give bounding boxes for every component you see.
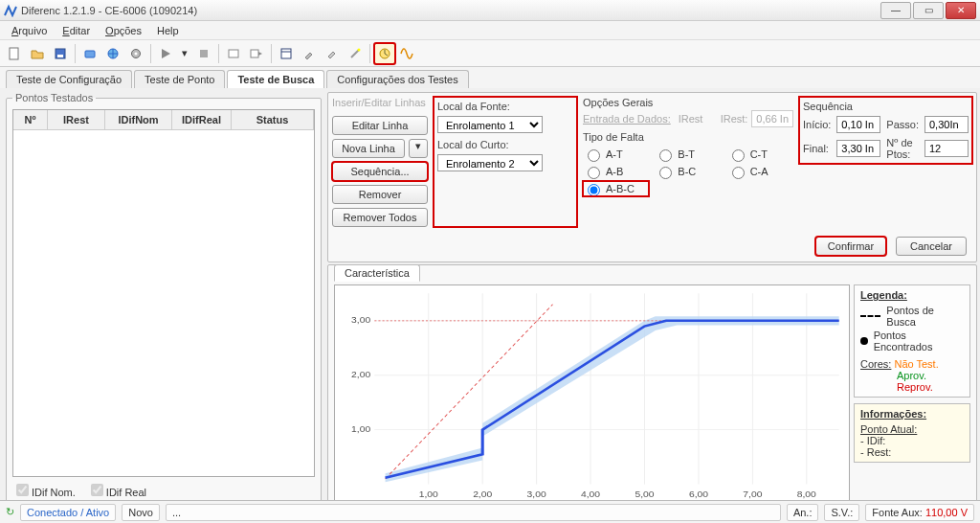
play-dropdown-icon[interactable]: ▾ (178, 43, 191, 64)
paint-icon[interactable] (322, 43, 343, 64)
tab-caracteristica[interactable]: Característica (334, 264, 420, 282)
svg-rect-8 (200, 50, 208, 57)
globe-icon[interactable] (102, 43, 123, 64)
falta-ab[interactable]: A-B (583, 164, 649, 179)
falta-ct[interactable]: C-T (727, 147, 793, 162)
svg-text:7,00: 7,00 (743, 489, 762, 499)
falta-ca[interactable]: C-A (727, 164, 793, 179)
clock-icon[interactable] (374, 43, 395, 64)
chart: 1,002,003,004,005,006,007,008,001,002,00… (335, 285, 849, 502)
remover-todos-button[interactable]: Remover Todos (332, 208, 428, 227)
col-irest: IRest (48, 110, 105, 130)
status-connection: Conectado / Ativo (20, 504, 116, 521)
menu-editar[interactable]: Editar (56, 23, 96, 38)
falta-abc[interactable]: A-B-C (583, 181, 649, 196)
local-fonte-label: Local da Fonte: (437, 101, 510, 112)
dash-icon (860, 315, 880, 317)
falta-at[interactable]: A-T (583, 147, 649, 162)
svg-text:4,00: 4,00 (581, 489, 600, 499)
inicio-input[interactable] (836, 116, 880, 133)
menu-opcoes[interactable]: Opções (100, 23, 147, 38)
entrada-val: IRest (679, 113, 703, 125)
svg-point-15 (358, 48, 361, 51)
hardware-icon[interactable] (79, 43, 100, 64)
pane-icon[interactable] (276, 43, 297, 64)
status-an: An.: (787, 504, 819, 521)
irest-val: 0,66 In (751, 110, 793, 127)
minimize-button[interactable]: — (880, 2, 911, 19)
svg-point-6 (135, 52, 138, 55)
sequencia-button[interactable]: Sequência... (332, 162, 428, 181)
menu-help[interactable]: Help (151, 23, 185, 38)
col-status: Status (232, 110, 314, 130)
tab-busca[interactable]: Teste de Busca (227, 70, 324, 88)
col-idifreal: IDifReal (172, 110, 232, 130)
svg-rect-9 (229, 50, 238, 57)
stop-icon[interactable] (193, 43, 214, 64)
local-curto-select[interactable]: Enrolamento 2 (437, 154, 543, 171)
new-icon[interactable] (4, 43, 25, 64)
svg-text:2,00: 2,00 (351, 370, 370, 379)
svg-marker-11 (258, 52, 262, 56)
svg-text:2,00: 2,00 (473, 489, 492, 499)
svg-rect-2 (57, 55, 63, 57)
svg-text:6,00: 6,00 (689, 489, 708, 499)
play-icon[interactable] (155, 43, 176, 64)
chk-idifreal[interactable]: IDif Real (87, 481, 146, 499)
chk-idifnom[interactable]: IDif Nom. (12, 481, 76, 499)
app-icon (4, 4, 17, 17)
svg-rect-0 (10, 48, 18, 59)
legend-card: Legenda: Pontos de Busca Pontos Encontra… (854, 284, 970, 398)
nova-linha-button[interactable]: Nova Linha (332, 139, 405, 158)
svg-rect-12 (281, 49, 291, 58)
opcoes-label: Opções Gerais (583, 97, 653, 108)
recplay-icon[interactable] (246, 43, 267, 64)
falta-bc[interactable]: B-C (655, 164, 721, 179)
menu-arquivo[interactable]: Arquivo (6, 23, 53, 38)
svg-line-14 (351, 50, 359, 57)
window-title: Diferenc 1.2.1.9 - CE-6006 (1090214) (21, 5, 880, 16)
col-idifnom: IDifNom (105, 110, 172, 130)
tipo-falta-label: Tipo de Falta (583, 131, 793, 143)
nptos-lbl: Nº de Ptos: (886, 137, 919, 160)
tab-ponto[interactable]: Teste de Ponto (134, 70, 225, 88)
confirmar-button[interactable]: Confirmar (815, 237, 886, 256)
gear-icon[interactable] (125, 43, 146, 64)
tested-group-label: Pontos Testados (12, 92, 96, 103)
save-icon[interactable] (50, 43, 71, 64)
svg-text:1,00: 1,00 (351, 424, 370, 434)
passo-lbl: Passo: (886, 119, 919, 130)
wave-icon[interactable] (397, 43, 418, 64)
falta-bt[interactable]: B-T (655, 147, 721, 162)
svg-text:8,00: 8,00 (797, 489, 816, 499)
status-fonte: Fonte Aux: 110,00 V (865, 504, 974, 521)
nptos-input[interactable] (924, 140, 969, 157)
svg-text:3,00: 3,00 (351, 315, 370, 325)
status-sv: S.V.: (824, 504, 859, 521)
close-button[interactable]: ✕ (946, 2, 976, 19)
tab-config[interactable]: Teste de Configuração (6, 70, 132, 88)
tab-conftestes[interactable]: Configurações dos Testes (326, 70, 468, 88)
cancelar-button[interactable]: Cancelar (896, 237, 967, 256)
refresh-icon[interactable]: ↻ (6, 506, 14, 518)
inserir-label: Inserir/Editar Linhas (332, 97, 428, 108)
svg-text:1,00: 1,00 (419, 489, 438, 499)
entrada-label: Entrada de Dados: (583, 113, 671, 125)
local-fonte-select[interactable]: Enrolamento 1 (437, 116, 543, 133)
open-icon[interactable] (27, 43, 48, 64)
svg-rect-3 (85, 51, 95, 57)
wand-icon[interactable] (345, 43, 366, 64)
col-n: Nº (13, 110, 48, 130)
passo-input[interactable] (924, 116, 969, 133)
final-input[interactable] (836, 140, 880, 157)
irest-lbl: IRest: (721, 113, 748, 125)
maximize-button[interactable]: ▭ (913, 2, 944, 19)
brush-icon[interactable] (299, 43, 320, 64)
nova-linha-dropdown[interactable]: ▾ (409, 139, 428, 158)
editar-linha-button[interactable]: Editar Linha (332, 116, 428, 135)
svg-marker-7 (162, 49, 170, 58)
final-lbl: Final: (803, 143, 831, 154)
record-icon[interactable] (223, 43, 244, 64)
seq-title: Sequência (803, 101, 969, 112)
remover-button[interactable]: Remover (332, 185, 428, 204)
